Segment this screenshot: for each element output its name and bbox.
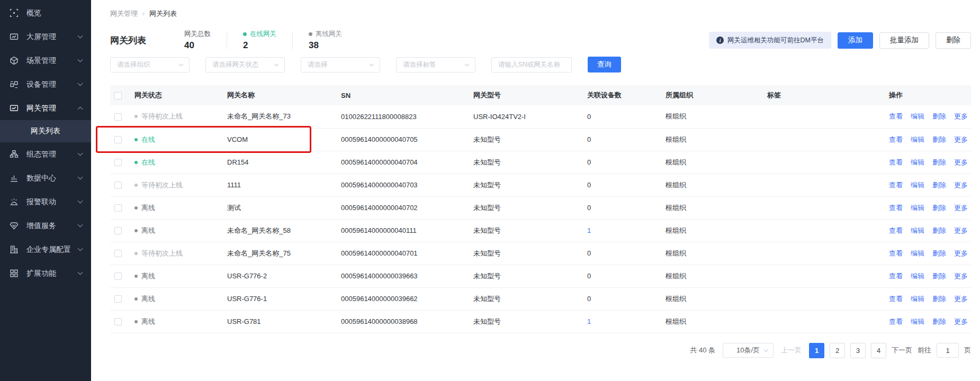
stat-online-value: 2 [243, 40, 276, 51]
sidebar-item-enterprise-config[interactable]: 企业专属配置 [0, 238, 91, 261]
org-select[interactable]: 请选择组织 [110, 57, 190, 72]
sidebar-item-screen-mgmt[interactable]: 大屏管理 [0, 25, 91, 49]
tag-select[interactable]: 请选择标签 [396, 57, 475, 72]
gateway-sn: 00059614000000040705 [339, 128, 471, 151]
delete-link[interactable]: 删除 [932, 295, 946, 303]
table-row: 离线 测试 00059614000000040702 未知型号 0 根组织 查看… [110, 196, 971, 219]
view-link[interactable]: 查看 [889, 112, 903, 120]
more-link[interactable]: 更多 [954, 135, 968, 143]
edit-link[interactable]: 编辑 [911, 226, 924, 234]
prev-page-button[interactable]: 上一页 [781, 346, 802, 355]
more-link[interactable]: 更多 [954, 318, 968, 325]
page-size-select[interactable]: 10条/页 [723, 343, 774, 358]
device-count: 0 [585, 128, 663, 151]
device-count-link[interactable]: 1 [587, 318, 591, 325]
sidebar-item-overview[interactable]: 概览 [0, 1, 91, 25]
gateway-sn: 00059614000000040703 [339, 174, 471, 196]
edit-link[interactable]: 编辑 [911, 158, 924, 166]
delete-link[interactable]: 删除 [932, 249, 946, 257]
device-count: 0 [585, 105, 663, 128]
breadcrumb-separator-icon: › [142, 10, 145, 17]
gateway-tag [765, 151, 887, 174]
view-link[interactable]: 查看 [889, 272, 903, 280]
delete-link[interactable]: 删除 [932, 204, 946, 212]
select-all-checkbox[interactable] [114, 92, 122, 99]
view-link[interactable]: 查看 [889, 226, 903, 234]
edit-link[interactable]: 编辑 [911, 249, 924, 257]
table-row: 离线 USR-G781 00059614000000038968 未知型号 1 … [110, 310, 971, 333]
delete-link[interactable]: 删除 [932, 112, 946, 120]
delete-link[interactable]: 删除 [932, 226, 946, 234]
page-button-2[interactable]: 2 [830, 343, 845, 358]
add-button[interactable]: 添加 [838, 32, 873, 49]
breadcrumb-parent[interactable]: 网关管理 [110, 9, 138, 19]
row-checkbox[interactable] [114, 273, 122, 280]
view-link[interactable]: 查看 [889, 249, 903, 257]
row-checkbox[interactable] [114, 227, 122, 234]
row-checkbox[interactable] [114, 250, 122, 257]
table-row-highlighted: 在线 VCOM 00059614000000040705 未知型号 0 根组织 … [110, 128, 971, 151]
row-checkbox[interactable] [114, 318, 122, 325]
sidebar-item-value-services[interactable]: 增值服务 [0, 214, 91, 238]
row-checkbox[interactable] [114, 204, 122, 212]
edit-link[interactable]: 编辑 [911, 135, 924, 143]
search-button[interactable]: 查询 [588, 57, 621, 72]
more-link[interactable]: 更多 [954, 112, 968, 120]
view-link[interactable]: 查看 [889, 158, 903, 166]
model-select[interactable]: 请选择 [301, 57, 380, 72]
table-row: 离线 USR-G776-1 00059614000000039662 未知型号 … [110, 287, 971, 310]
row-checkbox[interactable] [114, 182, 122, 189]
more-link[interactable]: 更多 [954, 272, 968, 280]
delete-button[interactable]: 删除 [936, 32, 971, 49]
sidebar-item-alarm-link[interactable]: 报警联动 [0, 190, 91, 214]
view-link[interactable]: 查看 [889, 135, 903, 143]
view-link[interactable]: 查看 [889, 204, 903, 212]
view-link[interactable]: 查看 [889, 318, 903, 325]
next-page-button[interactable]: 下一页 [892, 346, 912, 355]
view-link[interactable]: 查看 [889, 181, 903, 189]
goto-page-input[interactable] [937, 343, 959, 358]
row-checkbox[interactable] [114, 159, 122, 166]
page-button-4[interactable]: 4 [871, 343, 886, 358]
sidebar-item-label: 概览 [26, 8, 41, 18]
batch-add-button[interactable]: 批量添加 [879, 32, 929, 49]
gateway-sn: 01002622111800008823 [339, 105, 471, 128]
search-input[interactable] [491, 57, 572, 72]
sidebar-item-label: 设备管理 [26, 80, 56, 89]
row-checkbox[interactable] [114, 295, 122, 303]
edit-link[interactable]: 编辑 [911, 181, 924, 189]
more-link[interactable]: 更多 [954, 295, 968, 303]
sidebar-item-device-mgmt[interactable]: 设备管理 [0, 72, 91, 96]
pagination: 共 40 条 10条/页 上一页 1 2 3 4 下一页 前往 页 [110, 343, 971, 358]
more-link[interactable]: 更多 [954, 158, 968, 166]
more-link[interactable]: 更多 [954, 204, 968, 212]
edit-link[interactable]: 编辑 [911, 295, 924, 303]
edit-link[interactable]: 编辑 [911, 318, 924, 325]
more-link[interactable]: 更多 [954, 181, 968, 189]
view-link[interactable]: 查看 [889, 295, 903, 303]
delete-link[interactable]: 删除 [932, 135, 946, 143]
delete-link[interactable]: 删除 [932, 158, 946, 166]
sidebar-item-data-center[interactable]: 数据中心 [0, 166, 91, 190]
edit-link[interactable]: 编辑 [911, 272, 924, 280]
row-checkbox[interactable] [114, 136, 122, 143]
gateway-org: 根组织 [663, 287, 765, 310]
sidebar-item-gateway-mgmt[interactable]: 网关管理 [0, 96, 91, 120]
edit-link[interactable]: 编辑 [911, 112, 924, 120]
delete-link[interactable]: 删除 [932, 318, 946, 325]
page-button-3[interactable]: 3 [850, 343, 866, 358]
delete-link[interactable]: 删除 [932, 181, 946, 189]
page-button-1[interactable]: 1 [809, 343, 824, 358]
delete-link[interactable]: 删除 [932, 272, 946, 280]
sidebar-item-scene-mgmt[interactable]: 场景管理 [0, 49, 91, 72]
sidebar-item-extensions[interactable]: 扩展功能 [0, 261, 91, 285]
edit-link[interactable]: 编辑 [911, 204, 924, 212]
more-link[interactable]: 更多 [954, 249, 968, 257]
gateway-status-select[interactable]: 请选择网关状态 [205, 57, 285, 72]
more-link[interactable]: 更多 [954, 226, 968, 234]
device-count-link[interactable]: 1 [587, 226, 591, 234]
gateway-model: 未知型号 [471, 151, 585, 174]
sidebar-item-gateway-list[interactable]: 网关列表 [0, 120, 91, 142]
row-checkbox[interactable] [114, 113, 122, 121]
sidebar-item-config-mgmt[interactable]: 组态管理 [0, 142, 91, 166]
